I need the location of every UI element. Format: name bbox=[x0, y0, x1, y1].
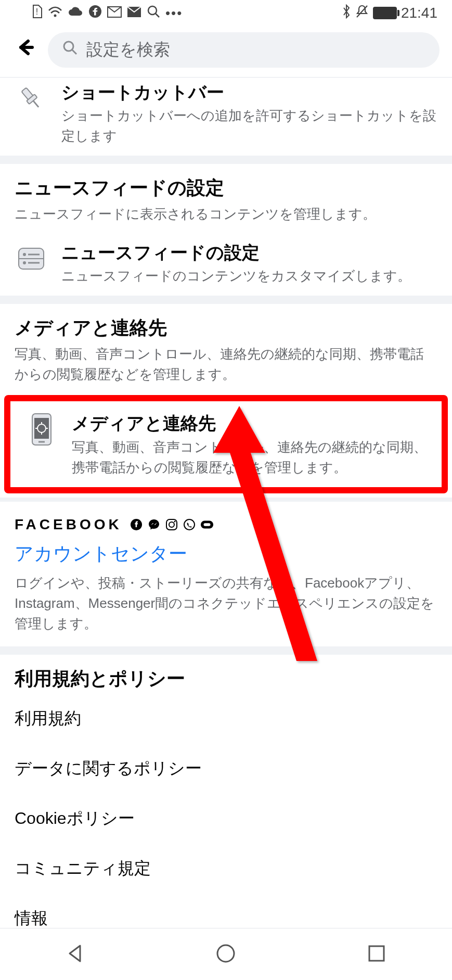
more-icon: ••• bbox=[165, 5, 183, 21]
shortcut-bar-item[interactable]: ショートカットバー ショートカットバーへの追加を許可するショートカットを設定しま… bbox=[0, 78, 452, 156]
status-bar: ! ••• 21:41 bbox=[0, 0, 452, 26]
svg-point-30 bbox=[169, 522, 174, 527]
sim-alert-icon: ! bbox=[31, 4, 43, 22]
facebook-wordmark: FACEBOOK bbox=[15, 516, 122, 533]
search-bar-row: 設定を検索 bbox=[0, 26, 452, 77]
nav-home-button[interactable] bbox=[215, 943, 237, 966]
facebook-logo-row: FACEBOOK bbox=[0, 502, 452, 537]
battery-icon bbox=[373, 7, 397, 19]
search-status-icon bbox=[147, 5, 160, 22]
shortcut-sub: ショートカットバーへの追加を許可するショートカットを設定します bbox=[61, 106, 437, 146]
policy-terms[interactable]: 利用規約 bbox=[0, 694, 452, 744]
policy-cookie[interactable]: Cookieポリシー bbox=[0, 794, 452, 844]
nav-recent-button[interactable] bbox=[366, 943, 388, 966]
nav-back-button[interactable] bbox=[64, 943, 86, 966]
svg-line-6 bbox=[156, 14, 159, 17]
shortcut-title: ショートカットバー bbox=[61, 81, 437, 104]
svg-line-10 bbox=[72, 50, 76, 54]
newsfeed-icon bbox=[15, 242, 48, 275]
mute-bell-icon bbox=[355, 4, 369, 22]
newsfeed-settings-item[interactable]: ニュースフィードの設定 ニュースフィードのコンテンツをカスタマイズします。 bbox=[0, 231, 452, 296]
facebook-app-icons bbox=[130, 518, 214, 531]
svg-rect-36 bbox=[369, 946, 384, 961]
svg-point-17 bbox=[23, 261, 26, 264]
account-center-sub: ログインや、投稿・ストーリーズの共有など、Facebookアプリ、Instagr… bbox=[0, 573, 452, 646]
phone-settings-icon bbox=[25, 413, 58, 446]
pin-icon bbox=[15, 82, 48, 115]
media-section-sub: 写真、動画、音声コントロール、連絡先の継続的な同期、携帯電話からの閲覧履歴などを… bbox=[15, 344, 437, 385]
newsfeed-section-sub: ニュースフィードに表示されるコンテンツを管理します。 bbox=[15, 204, 437, 224]
instagram-icon bbox=[165, 518, 178, 531]
facebook-status-icon bbox=[88, 5, 102, 22]
svg-point-5 bbox=[148, 6, 157, 15]
android-nav-bar bbox=[0, 928, 452, 980]
account-center-title: アカウントセンター bbox=[15, 541, 437, 567]
svg-point-31 bbox=[174, 520, 175, 522]
media-contacts-item[interactable]: メディアと連絡先 写真、動画、音声コントロール、連絡先の継続的な同期、携帯電話か… bbox=[10, 401, 442, 487]
gmail-icon bbox=[107, 5, 122, 21]
back-button[interactable] bbox=[15, 37, 35, 63]
newsfeed-section-title: ニュースフィードの設定 bbox=[15, 175, 437, 201]
search-icon bbox=[62, 40, 78, 60]
media-item-title: メディアと連絡先 bbox=[72, 412, 427, 435]
svg-point-32 bbox=[184, 519, 195, 530]
policy-data[interactable]: データに関するポリシー bbox=[0, 744, 452, 794]
bluetooth-icon bbox=[342, 4, 351, 22]
cloud-icon bbox=[68, 5, 83, 21]
media-item-sub: 写真、動画、音声コントロール、連絡先の継続的な同期、携帯電話からの閲覧履歴などを… bbox=[72, 437, 427, 478]
media-section-header: メディアと連絡先 写真、動画、音声コントロール、連絡先の継続的な同期、携帯電話か… bbox=[0, 304, 452, 391]
newsfeed-item-title: ニュースフィードの設定 bbox=[61, 241, 437, 264]
svg-line-13 bbox=[33, 101, 38, 107]
search-placeholder: 設定を検索 bbox=[86, 39, 170, 61]
status-right-icons: 21:41 bbox=[342, 4, 437, 22]
annotation-highlight-box: メディアと連絡先 写真、動画、音声コントロール、連絡先の継続的な同期、携帯電話か… bbox=[4, 395, 448, 493]
wifi-icon bbox=[48, 5, 62, 21]
account-center-link[interactable]: アカウントセンター bbox=[0, 537, 452, 573]
newsfeed-item-sub: ニュースフィードのコンテンツをカスタマイズします。 bbox=[61, 266, 437, 286]
messenger-icon bbox=[147, 518, 161, 531]
svg-point-9 bbox=[64, 42, 73, 51]
status-left-icons: ! ••• bbox=[31, 4, 183, 22]
mail-icon bbox=[127, 5, 141, 21]
svg-point-1 bbox=[54, 14, 57, 17]
oculus-icon bbox=[200, 518, 214, 531]
policy-section-header: 利用規約とポリシー bbox=[0, 655, 452, 694]
svg-text:!: ! bbox=[36, 7, 38, 16]
newsfeed-section-header: ニュースフィードの設定 ニュースフィードに表示されるコンテンツを管理します。 bbox=[0, 164, 452, 231]
policy-community[interactable]: コミュニティ規定 bbox=[0, 844, 452, 894]
policy-section-title: 利用規約とポリシー bbox=[15, 666, 437, 692]
svg-point-35 bbox=[217, 945, 234, 962]
search-input[interactable]: 設定を検索 bbox=[48, 32, 440, 68]
facebook-circle-icon bbox=[130, 518, 143, 531]
media-section-title: メディアと連絡先 bbox=[15, 315, 437, 341]
svg-rect-34 bbox=[203, 523, 210, 526]
svg-point-15 bbox=[23, 253, 26, 256]
status-time: 21:41 bbox=[401, 5, 437, 21]
whatsapp-icon bbox=[183, 518, 196, 531]
